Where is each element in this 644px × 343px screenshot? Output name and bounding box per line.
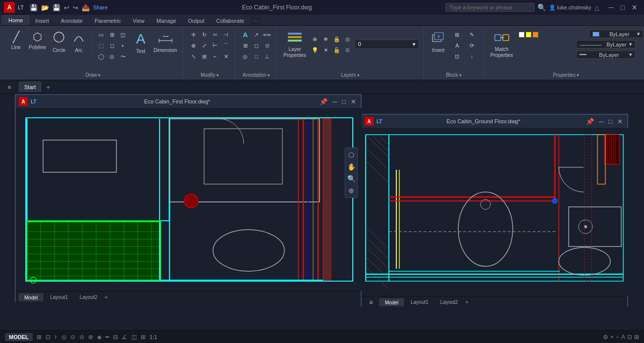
color-dropdown[interactable]: ByLayer ▾ (589, 30, 644, 38)
layer-thaw-button[interactable]: ☀ (321, 45, 331, 55)
tab-collaborate[interactable]: Collaborate (211, 16, 250, 25)
ground-floor-canvas[interactable] (362, 128, 628, 296)
tab-manage[interactable]: Manage (151, 16, 182, 25)
mtext-button[interactable]: A (240, 30, 250, 40)
ground-floor-layout1-tab[interactable]: Layout1 (406, 298, 433, 306)
layer-properties-button[interactable]: Layer Properties (281, 30, 308, 59)
tab-start[interactable]: Start (19, 82, 41, 92)
snap-icon[interactable]: ⊡ (46, 334, 51, 341)
share-label[interactable]: Share (92, 4, 108, 10)
layer-lock-button[interactable]: 🔒 (332, 34, 342, 44)
first-floor-canvas[interactable]: ⬡ ✋ 🔍 ⊕ (16, 108, 362, 291)
circle-button[interactable]: Circle (50, 30, 68, 54)
line-button[interactable]: ╱ Line (7, 30, 25, 51)
layer-dropdown[interactable]: 0 ▾ (355, 40, 419, 49)
first-floor-maximize-button[interactable]: □ (340, 98, 347, 105)
fillet-button[interactable]: ⌒ (221, 41, 231, 50)
erase-button[interactable]: ✕ (221, 51, 231, 61)
arc-button[interactable]: Arc (70, 30, 88, 54)
lw-icon[interactable]: ━ (106, 334, 109, 341)
define-attrib-button[interactable]: A (450, 41, 464, 50)
modify-group-label[interactable]: Modify ▾ (201, 72, 218, 80)
minimize-button[interactable]: ─ (606, 3, 616, 11)
trim-button[interactable]: ✂ (210, 30, 220, 40)
ground-floor-menu-button[interactable]: ≡ (367, 298, 376, 307)
close-button[interactable]: ✕ (629, 3, 640, 11)
insert-button[interactable]: B Insert (429, 30, 448, 54)
user-profile[interactable]: 👤 luke.cholmsky (549, 4, 591, 11)
transparency-icon[interactable]: ◫ (131, 334, 137, 341)
block-editor-button[interactable]: ⊡ (450, 51, 464, 61)
rect-button[interactable]: ▭ (96, 30, 106, 40)
properties-group-label[interactable]: Properties ▾ (553, 72, 579, 80)
annotation-group-label[interactable]: Annotation ▾ (243, 72, 270, 80)
hatch-button[interactable]: ⊞ (107, 30, 117, 40)
rotate-button[interactable]: ↻ (199, 30, 209, 40)
stretch-button[interactable]: ⤡ (188, 51, 198, 61)
view-cube-icon[interactable]: ⬡ (347, 150, 355, 160)
otrack-icon[interactable]: ⊝ (79, 334, 84, 341)
zoom-in-icon[interactable]: + (610, 334, 614, 341)
sync-attrib-button[interactable]: ⟳ (465, 41, 479, 50)
first-floor-add-tab-button[interactable]: + (104, 294, 108, 301)
ducs-icon[interactable]: ⊛ (88, 334, 93, 341)
scale-display[interactable]: 1:1 (150, 334, 157, 340)
first-floor-layout1-tab[interactable]: Layout1 (45, 294, 73, 301)
tab-home[interactable]: Home (2, 15, 29, 25)
mirror-button[interactable]: ⊣ (221, 30, 231, 40)
edit-block-button[interactable]: ✎ (465, 30, 479, 40)
ortho-icon[interactable]: ⊦ (54, 334, 57, 341)
layer-unlock-button[interactable]: 🔓 (332, 45, 342, 55)
layer-unisolate-button[interactable]: ⊙ (343, 45, 353, 55)
layer-isolate-button[interactable]: ◎ (343, 34, 353, 44)
layers-group-label[interactable]: Layers ▾ (341, 72, 360, 80)
ws-settings-icon[interactable]: ⊡ (627, 334, 632, 341)
pan-icon[interactable]: ✋ (346, 162, 357, 172)
block-group-label[interactable]: Block ▾ (446, 72, 461, 80)
layer-freeze-button[interactable]: ❄ (321, 34, 331, 44)
ordinate-button[interactable]: ⊥ (262, 51, 272, 61)
ground-floor-layout2-tab[interactable]: Layout2 (435, 298, 463, 306)
linetype-dropdown[interactable]: ———— ByLayer ▾ (576, 40, 636, 49)
settings-icon[interactable]: ⚙ (603, 334, 608, 341)
ground-floor-maximize-button[interactable]: □ (607, 118, 614, 125)
redo-icon[interactable]: ↪ (72, 4, 79, 11)
layer-state-button[interactable]: ⊕ (310, 34, 320, 44)
tolerance-button[interactable]: ◻ (251, 41, 261, 50)
undo-icon[interactable]: ↩ (63, 4, 70, 11)
extend-button[interactable]: ⊢ (210, 41, 220, 50)
spline-button[interactable]: 〜 (118, 51, 128, 61)
new-icon[interactable]: 💾 (29, 4, 39, 11)
tab-more[interactable]: ··· (250, 16, 261, 25)
copy-button[interactable]: ⊕ (188, 41, 198, 50)
tp-icon[interactable]: ⊟ (113, 334, 118, 341)
open-icon[interactable]: 📂 (40, 4, 50, 11)
ground-floor-close-button[interactable]: ✕ (616, 118, 624, 125)
tab-output[interactable]: Output (182, 16, 211, 25)
osnap-icon[interactable]: ⊙ (70, 334, 75, 341)
dimension-button[interactable]: ⟷ Dimension (152, 30, 179, 54)
region-button[interactable]: ◻ (107, 41, 117, 50)
first-floor-close-button[interactable]: ✕ (349, 98, 358, 105)
lineweight-dropdown[interactable]: ━━ ByLayer ▾ (576, 50, 636, 59)
selection-icon[interactable]: ⊞ (141, 334, 146, 341)
search-icon[interactable]: 🔍 (537, 3, 546, 11)
text-button[interactable]: A Text (132, 30, 150, 55)
scale-button[interactable]: ⤢ (199, 41, 209, 50)
array-button[interactable]: ⊞ (199, 51, 209, 61)
dyn-icon[interactable]: ◈ (97, 334, 102, 341)
table-button[interactable]: ⊞ (240, 41, 250, 50)
ground-floor-add-tab-button[interactable]: + (465, 298, 469, 306)
zoom-icon[interactable]: 🔍 (346, 174, 357, 184)
maximize-button[interactable]: □ (618, 3, 627, 11)
dim-button[interactable]: ⟺ (262, 30, 272, 40)
layout-icon[interactable]: ⊞ (634, 334, 639, 341)
ground-floor-minimize-button[interactable]: ─ (597, 118, 605, 125)
gradient-button[interactable]: ◫ (118, 30, 128, 40)
layer-on-button[interactable]: 💡 (310, 45, 320, 55)
tab-parametric[interactable]: Parametric (89, 16, 127, 25)
field-button[interactable]: □ (251, 51, 261, 61)
chamfer-button[interactable]: ⌐ (210, 51, 220, 61)
mark-button[interactable]: ◎ (240, 51, 250, 61)
boundary-button[interactable]: ⬚ (96, 41, 106, 50)
